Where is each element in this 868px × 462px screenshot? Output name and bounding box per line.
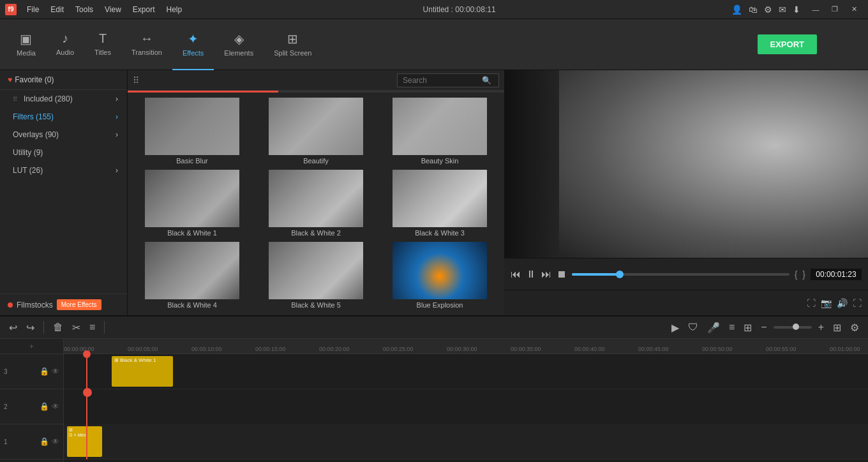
filmstocks-label: Filmstocks [17, 301, 53, 309]
menu-tools[interactable]: Tools [70, 4, 98, 15]
sidebar-item-utility[interactable]: Utility (9) [0, 144, 127, 161]
playhead[interactable] [86, 354, 87, 459]
sidebar-item-filters[interactable]: Filters (155) › [0, 108, 127, 126]
play-pause-button[interactable]: ⏸ [526, 269, 536, 280]
stop-button[interactable]: ⏹ [557, 269, 567, 280]
adjust-button[interactable]: ≡ [87, 319, 98, 336]
effect-bw5[interactable]: Black & White 5 [254, 239, 378, 311]
media-tab[interactable]: ▣ Media [6, 19, 46, 70]
progress-bar[interactable] [572, 273, 789, 276]
ruler-mark-50: 00:00:50:00 [702, 346, 733, 352]
effect-bw1[interactable]: Black & White 1 [130, 167, 254, 239]
effect-bw3[interactable]: Black & White 3 [378, 167, 502, 239]
effect-name-blue-explosion: Blue Explosion [417, 301, 463, 309]
mail-icon[interactable]: ✉ [779, 4, 786, 15]
elements-tab[interactable]: ◈ Elements [214, 19, 264, 70]
add-media-icon[interactable]: ⊞ [741, 319, 754, 336]
effect-name-beauty-skin: Beauty Skin [421, 157, 459, 165]
plus-icon[interactable]: + [816, 319, 827, 336]
effects-tab[interactable]: ✦ Effects [172, 19, 214, 70]
volume-icon[interactable]: 🔊 [837, 298, 848, 308]
titles-tab[interactable]: T Titles [84, 19, 121, 70]
progress-handle[interactable] [616, 271, 624, 278]
sidebar-item-overlays[interactable]: Overlays (90) › [0, 126, 127, 144]
transition-marker[interactable] [83, 388, 92, 397]
layout-icon[interactable]: ⊞ [830, 319, 844, 336]
bracket-right-button[interactable]: } [802, 269, 805, 279]
skip-forward-button[interactable]: ⏭ [541, 269, 551, 280]
track-1-eye-icon[interactable]: 👁 [52, 437, 59, 446]
audio-tab[interactable]: ♪ Audio [46, 19, 84, 70]
bracket-left-button[interactable]: { [795, 269, 798, 279]
sidebar-item-overlays-left: Overlays (90) [13, 130, 59, 139]
favorite-button[interactable]: ♥ Favorite (0) [0, 70, 127, 90]
menu-help[interactable]: Help [161, 4, 188, 15]
track-1-lock-icon[interactable]: 🔒 [40, 437, 49, 446]
maximize-button[interactable]: ❐ [826, 3, 844, 16]
sidebar-item-included[interactable]: ⠿ Included (280) › [0, 90, 127, 108]
search-box[interactable]: 🔍 [397, 73, 499, 87]
screen-size-icon[interactable]: ⛶ [807, 298, 816, 308]
mic-icon[interactable]: 🎤 [705, 319, 722, 336]
menu-file[interactable]: File [22, 4, 44, 15]
clip-bw1-icon: ⊞ [114, 357, 119, 363]
export-button[interactable]: EXPORT [758, 34, 817, 54]
subtitle-icon[interactable]: ≡ [726, 319, 737, 336]
effects-label: Effects [183, 49, 204, 57]
user-icon[interactable]: 👤 [731, 4, 742, 15]
track-3-lock-icon[interactable]: 🔒 [40, 367, 49, 376]
effect-blue-explosion[interactable]: Blue Explosion [378, 239, 502, 311]
filmstocks-row[interactable]: Filmstocks More Effects [0, 294, 127, 315]
minimize-button[interactable]: — [807, 3, 825, 16]
grid-dots-icon: ⠿ [13, 96, 17, 103]
grid-view-icon[interactable]: ⠿ [133, 75, 139, 86]
undo-button[interactable]: ↩ [6, 319, 20, 336]
clip-video-2[interactable]: ⊞ G × ideo [67, 426, 102, 457]
sidebar-item-lut[interactable]: LUT (26) › [0, 161, 127, 179]
fullscreen-icon[interactable]: ⛶ [853, 298, 862, 308]
screenshot-icon[interactable]: 📷 [821, 298, 832, 308]
delete-button[interactable]: 🗑 [50, 319, 66, 336]
split-screen-tab[interactable]: ⊞ Split Screen [264, 19, 322, 70]
menu-view[interactable]: View [100, 4, 126, 15]
included-label: Included (280) [24, 94, 73, 103]
more-effects-button[interactable]: More Effects [57, 299, 101, 310]
effect-beautify[interactable]: Beautify [254, 95, 378, 167]
skip-back-button[interactable]: ⏮ [511, 269, 521, 280]
titles-label: Titles [94, 48, 111, 56]
search-input[interactable] [403, 76, 479, 85]
effect-basic-blur[interactable]: Basic Blur [130, 95, 254, 167]
track-2-eye-icon[interactable]: 👁 [52, 402, 59, 411]
shield-icon[interactable]: 🛡 [685, 319, 701, 336]
media-icon: ▣ [20, 31, 32, 47]
effect-bw2[interactable]: Black & White 2 [254, 167, 378, 239]
gear-icon[interactable]: ⚙ [764, 4, 772, 15]
bag-icon[interactable]: 🛍 [749, 4, 758, 15]
effect-bw4[interactable]: Black & White 4 [130, 239, 254, 311]
effect-thumb-basic-blur [145, 98, 239, 155]
track-3-lane: ⊞ Black & White 1 [64, 354, 868, 389]
download-icon[interactable]: ⬇ [793, 4, 800, 15]
effect-name-bw3: Black & White 3 [415, 229, 465, 237]
split-screen-icon: ⊞ [287, 31, 298, 47]
win-controls: — ❐ ✕ [807, 3, 863, 16]
track-3-eye-icon[interactable]: 👁 [52, 367, 59, 376]
minus-icon[interactable]: − [758, 319, 769, 336]
track-2-lock-icon[interactable]: 🔒 [40, 402, 49, 411]
audio-icon: ♪ [62, 31, 68, 46]
close-button[interactable]: ✕ [845, 3, 863, 16]
clip-video-2-icon: ⊞ [69, 428, 100, 433]
render-icon[interactable]: ▶ [669, 319, 682, 336]
zoom-slider[interactable] [774, 326, 812, 329]
cut-button[interactable]: ✂ [70, 319, 83, 336]
title-text: Untitled : 00:00:08:11 [423, 5, 496, 14]
add-track-icon[interactable]: + [29, 342, 34, 351]
menu-export[interactable]: Export [128, 4, 160, 15]
transition-tab[interactable]: ↔ Transition [121, 19, 172, 70]
redo-button[interactable]: ↪ [24, 319, 37, 336]
menu-edit[interactable]: Edit [45, 4, 69, 15]
settings-icon[interactable]: ⚙ [848, 319, 862, 336]
time-display: 00:00:01:23 [811, 269, 862, 280]
effect-beauty-skin[interactable]: Beauty Skin [378, 95, 502, 167]
clip-bw1[interactable]: ⊞ Black & White 1 [112, 356, 173, 387]
